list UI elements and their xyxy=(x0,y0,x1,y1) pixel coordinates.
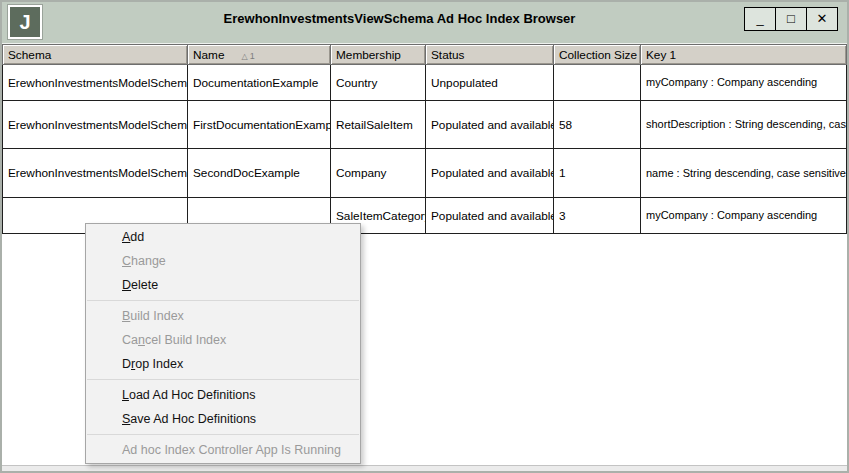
menu-item-build-index: Build Index xyxy=(86,304,360,328)
table-row: ErewhonInvestmentsModelSchema SecondDocE… xyxy=(3,149,847,198)
cell-schema[interactable]: ErewhonInvestmentsModelSchema xyxy=(3,101,188,149)
cell-membership[interactable]: Country xyxy=(331,65,426,101)
maximize-button[interactable]: □ xyxy=(775,7,807,31)
cell-status[interactable]: Populated and available xyxy=(426,149,554,198)
column-header-membership[interactable]: Membership xyxy=(331,45,426,65)
app-icon: J xyxy=(8,5,42,39)
menu-item-change: Change xyxy=(86,249,360,273)
table-row: ErewhonInvestmentsModelSchema Documentat… xyxy=(3,65,847,101)
menu-item-controller-app-running: Ad hoc Index Controller App Is Running xyxy=(86,438,360,462)
sort-ascending-icon: △1 xyxy=(241,51,254,61)
close-icon: ✕ xyxy=(817,11,828,26)
cell-key1[interactable]: shortDescription : String descending, ca… xyxy=(641,101,847,149)
cell-name[interactable]: DocumentationExample xyxy=(188,65,331,101)
column-header-name[interactable]: Name△1 xyxy=(188,45,331,65)
menu-separator xyxy=(87,379,359,380)
cell-key1[interactable]: myCompany : Company ascending xyxy=(641,198,847,234)
menu-separator xyxy=(87,434,359,435)
cell-collection-size[interactable]: 3 xyxy=(554,198,641,234)
window-bottom-frame xyxy=(2,465,847,471)
cell-key1[interactable]: myCompany : Company ascending xyxy=(641,65,847,101)
menu-item-save-ad-hoc-definitions[interactable]: Save Ad Hoc Definitions xyxy=(86,407,360,431)
column-header-name-label: Name xyxy=(193,48,224,62)
menu-item-add[interactable]: Add xyxy=(86,225,360,249)
window-title: ErewhonInvestmentsViewSchema Ad Hoc Inde… xyxy=(62,11,737,26)
column-header-key1[interactable]: Key 1 xyxy=(641,45,847,65)
cell-membership[interactable]: RetailSaleItem xyxy=(331,101,426,149)
close-button[interactable]: ✕ xyxy=(806,7,838,31)
column-header-collection-size[interactable]: Collection Size xyxy=(554,45,641,65)
minimize-button[interactable]: _ xyxy=(744,7,776,31)
menu-item-load-ad-hoc-definitions[interactable]: Load Ad Hoc Definitions xyxy=(86,383,360,407)
menu-separator xyxy=(87,300,359,301)
cell-schema[interactable]: ErewhonInvestmentsModelSchema xyxy=(3,65,188,101)
cell-membership[interactable]: Company xyxy=(331,149,426,198)
maximize-icon: □ xyxy=(787,11,795,26)
cell-name[interactable]: SecondDocExample xyxy=(188,149,331,198)
context-menu: Add Change Delete Build Index Cancel Bui… xyxy=(85,223,361,464)
cell-name[interactable]: FirstDocumentationExample xyxy=(188,101,331,149)
cell-collection-size[interactable] xyxy=(554,65,641,101)
cell-collection-size[interactable]: 1 xyxy=(554,149,641,198)
title-bar: J ErewhonInvestmentsViewSchema Ad Hoc In… xyxy=(2,2,847,44)
menu-item-cancel-build-index: Cancel Build Index xyxy=(86,328,360,352)
column-header-schema[interactable]: Schema xyxy=(3,45,188,65)
app-window: J ErewhonInvestmentsViewSchema Ad Hoc In… xyxy=(0,0,849,473)
cell-status[interactable]: Populated and available xyxy=(426,101,554,149)
column-header-status[interactable]: Status xyxy=(426,45,554,65)
cell-status[interactable]: Populated and available xyxy=(426,198,554,234)
window-controls: _ □ ✕ xyxy=(745,7,838,31)
index-table: Schema Name△1 Membership Status Collecti… xyxy=(2,44,847,234)
cell-collection-size[interactable]: 58 xyxy=(554,101,641,149)
cell-key1[interactable]: name : String descending, case sensitive… xyxy=(641,149,847,198)
header-row: Schema Name△1 Membership Status Collecti… xyxy=(3,45,847,65)
menu-item-delete[interactable]: Delete xyxy=(86,273,360,297)
menu-item-drop-index[interactable]: Drop Index xyxy=(86,352,360,376)
cell-schema[interactable]: ErewhonInvestmentsModelSchema xyxy=(3,149,188,198)
minimize-icon: _ xyxy=(756,11,763,26)
table-row: ErewhonInvestmentsModelSchema FirstDocum… xyxy=(3,101,847,149)
cell-status[interactable]: Unpopulated xyxy=(426,65,554,101)
